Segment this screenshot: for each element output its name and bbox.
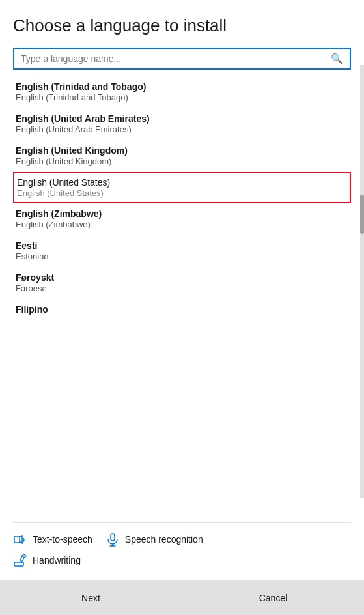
feature-sr: Speech recognition — [105, 532, 203, 547]
features-row-1: Text-to-speech Speech recognition — [13, 532, 351, 547]
tts-label: Text-to-speech — [33, 534, 92, 545]
hw-label: Handwriting — [33, 555, 81, 565]
lang-english: Faroese — [16, 283, 348, 293]
search-box[interactable]: 🔍 — [13, 48, 351, 70]
lang-native: Eesti — [16, 240, 348, 251]
lang-native: Filipino — [16, 304, 348, 315]
dialog-container: Choose a language to install 🔍 English (… — [0, 0, 364, 615]
lang-english: English (Trinidad and Tobago) — [16, 93, 348, 102]
list-item[interactable]: Filipino — [13, 299, 351, 318]
svg-rect-4 — [14, 562, 23, 566]
features-section: Text-to-speech Speech recognition — [13, 522, 351, 580]
svg-rect-1 — [111, 534, 115, 541]
list-item[interactable]: English (Zimbabwe)English (Zimbabwe) — [13, 203, 351, 235]
list-item[interactable]: English (United Kingdom)English (United … — [13, 140, 351, 172]
lang-english: English (United Kingdom) — [16, 156, 348, 166]
tts-icon — [13, 532, 27, 547]
lang-native: English (Trinidad and Tobago) — [16, 81, 348, 92]
hw-icon — [13, 553, 27, 567]
sr-icon — [105, 532, 120, 547]
footer-buttons: Next Cancel — [0, 580, 364, 615]
sr-label: Speech recognition — [125, 534, 203, 545]
list-item[interactable]: English (Trinidad and Tobago)English (Tr… — [13, 76, 351, 108]
lang-english: English (United States) — [17, 188, 347, 198]
scrollbar-track[interactable] — [360, 65, 364, 498]
svg-rect-0 — [14, 536, 20, 543]
cancel-button[interactable]: Cancel — [182, 581, 364, 615]
lang-native: English (Zimbabwe) — [16, 208, 348, 219]
lang-native: English (United Arab Emirates) — [16, 113, 348, 124]
feature-tts: Text-to-speech — [13, 532, 92, 547]
feature-hw: Handwriting — [13, 553, 81, 567]
scrollbar-thumb — [360, 195, 364, 234]
list-item[interactable]: EestiEstonian — [13, 235, 351, 267]
features-row-2: Handwriting — [13, 553, 351, 567]
search-input[interactable] — [21, 53, 327, 64]
search-icon: 🔍 — [331, 53, 343, 64]
lang-native: Føroyskt — [16, 272, 348, 283]
next-button[interactable]: Next — [0, 581, 182, 615]
lang-english: English (United Arab Emirates) — [16, 124, 348, 134]
list-item[interactable]: FøroysktFaroese — [13, 267, 351, 299]
lang-english: Estonian — [16, 251, 348, 261]
language-list: English (Trinidad and Tobago)English (Tr… — [13, 76, 351, 516]
lang-native: English (United States) — [17, 177, 347, 188]
list-item[interactable]: English (United Arab Emirates)English (U… — [13, 108, 351, 140]
lang-english: English (Zimbabwe) — [16, 220, 348, 229]
page-title: Choose a language to install — [13, 16, 351, 36]
lang-native: English (United Kingdom) — [16, 145, 348, 156]
list-item[interactable]: English (United States)English (United S… — [13, 172, 351, 203]
